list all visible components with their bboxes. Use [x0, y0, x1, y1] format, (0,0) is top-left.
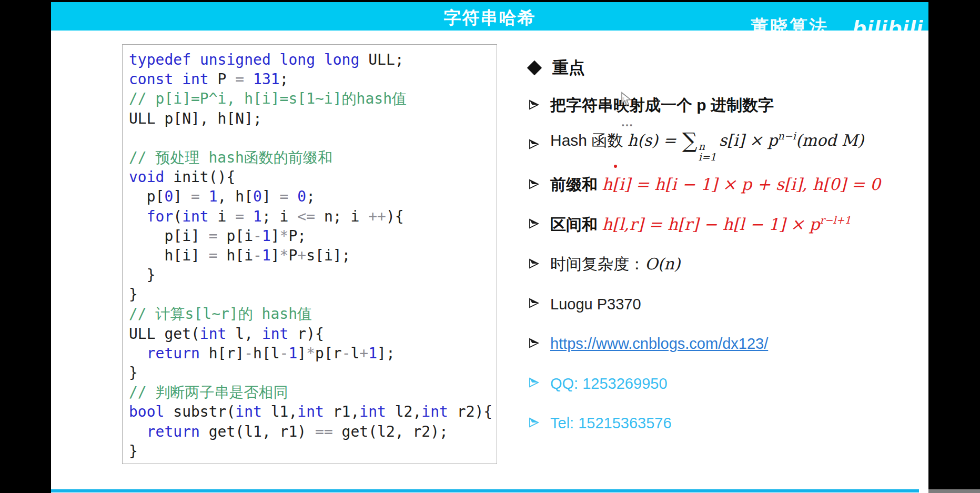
code-line: typedef unsigned long long ULL; — [129, 50, 497, 69]
code-block: typedef unsigned long long ULL;const int… — [123, 45, 497, 461]
note-text: 把字符串映射成一个 p 进制数字 — [550, 95, 774, 116]
letterbox-right — [928, 0, 980, 493]
code-line: p[0] = 1, h[0] = 0; — [129, 187, 497, 206]
note-text: 前缀和 h[i] = h[i − 1] × p + s[i], h[0] = 0 — [550, 174, 881, 196]
arrow-bullet-icon — [528, 297, 540, 311]
code-line: // 计算s[l~r]的 hash值 — [129, 304, 497, 324]
note-bullet: 时间复杂度：O(n) — [528, 245, 928, 285]
note-bullet: Tel: 15215363576 — [528, 404, 928, 444]
code-line: p[i] = p[i-1]*P; — [129, 226, 497, 246]
video-frame: 字符串哈希 董晓算法 bilibili bilibili typedef uns… — [0, 0, 980, 493]
note-bullet: Hash 函数 h(s) = ∑ni=1s[i] × pn−i(mod M) — [528, 126, 928, 166]
channel-watermark: 董晓算法 — [751, 15, 829, 31]
note-text: Luogu P3370 — [550, 296, 641, 313]
code-line: // p[i]=P^i, h[i]=s[1~i]的hash值 — [129, 89, 497, 108]
code-line: h[i] = h[i-1]*P+s[i]; — [129, 246, 497, 265]
note-text: QQ: 1253269950 — [550, 375, 668, 393]
code-line: bool substr(int l1,int r1,int l2,int r2)… — [129, 402, 497, 421]
mouse-cursor-icon — [619, 92, 632, 109]
letterbox-left — [0, 0, 51, 493]
code-line: return h[r]-h[l-1]*p[r-l+1]; — [129, 344, 497, 363]
note-bullet: 前缀和 h[i] = h[i − 1] × p + s[i], h[0] = 0 — [528, 165, 928, 205]
code-line — [129, 128, 497, 148]
code-line: return get(l1, r1) == get(l2, r2); — [129, 422, 497, 441]
slide-title-bar: 字符串哈希 董晓算法 bilibili — [51, 2, 928, 31]
note-text: 时间复杂度：O(n) — [550, 254, 680, 275]
bilibili-logo-echo: bilibili — [846, 31, 930, 43]
code-line: } — [129, 285, 497, 304]
diamond-bullet-icon — [527, 61, 542, 75]
letterbox-top — [0, 0, 980, 2]
arrow-bullet-icon — [528, 178, 540, 192]
code-line: } — [129, 265, 497, 285]
arrow-bullet-icon — [528, 337, 540, 351]
code-line: } — [129, 441, 497, 461]
notes-heading: 重点 — [529, 57, 585, 79]
code-line: void init(){ — [129, 167, 497, 187]
code-panel: typedef unsigned long long ULL;const int… — [122, 44, 497, 464]
note-bullet: https://www.cnblogs.com/dx123/ — [528, 324, 928, 364]
note-bullet: QQ: 1253269950 — [528, 364, 928, 404]
ellipsis-mark: … — [621, 115, 635, 129]
code-line: for(int i = 1; i <= n; i ++){ — [129, 207, 497, 226]
code-line: ULL p[N], h[N]; — [129, 109, 497, 128]
note-bullet: Luogu P3370 — [528, 285, 928, 325]
notes-heading-label: 重点 — [552, 57, 585, 79]
note-text: Tel: 15215363576 — [550, 415, 672, 432]
code-line: } — [129, 363, 497, 383]
blog-link[interactable]: https://www.cnblogs.com/dx123/ — [550, 335, 768, 353]
arrow-bullet-icon — [528, 218, 540, 232]
arrow-bullet-icon — [528, 258, 540, 271]
note-bullet: 把字符串映射成一个 p 进制数字 — [528, 86, 928, 126]
code-line: // 判断两子串是否相同 — [129, 383, 497, 402]
arrow-bullet-icon — [528, 138, 540, 152]
progress-line[interactable] — [51, 489, 919, 492]
code-line: ULL get(int l, int r){ — [129, 324, 497, 344]
arrow-bullet-icon — [528, 417, 540, 430]
code-line: // 预处理 hash函数的前缀和 — [129, 148, 497, 167]
note-bullet: 区间和 h[l,r] = h[r] − h[l − 1] × pr−l+1 — [528, 205, 928, 245]
arrow-bullet-icon — [528, 377, 540, 390]
laser-pointer-dot — [614, 165, 617, 168]
note-text: 区间和 h[l,r] = h[r] − h[l − 1] × pr−l+1 — [550, 214, 851, 236]
bilibili-logo: bilibili — [852, 16, 923, 31]
code-line: const int P = 131; — [129, 69, 497, 89]
notes-list: 把字符串映射成一个 p 进制数字Hash 函数 h(s) = ∑ni=1s[i]… — [528, 86, 928, 444]
scrollbar-corner — [928, 489, 980, 493]
note-text: Hash 函数 h(s) = ∑ni=1s[i] × pn−i(mod M) — [550, 128, 864, 163]
arrow-bullet-icon — [528, 99, 540, 113]
